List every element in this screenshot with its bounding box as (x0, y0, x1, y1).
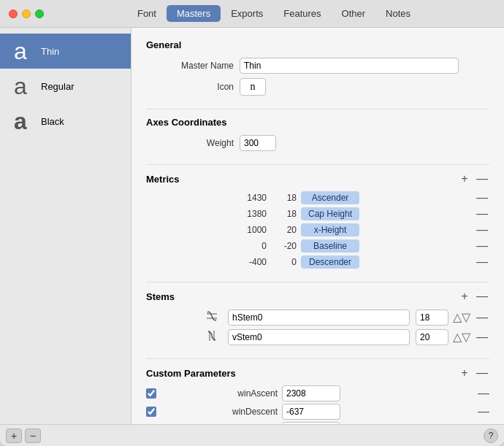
metric-remove-1[interactable]: — (475, 207, 489, 220)
vstem-value-input[interactable] (416, 329, 448, 345)
param-row-0: winAscent — (146, 385, 489, 401)
axes-section: Axes Coordinates Weight (146, 117, 489, 151)
vstem-remove-button[interactable]: — (475, 331, 489, 344)
traffic-lights (9, 9, 44, 18)
vstem-icon (205, 328, 222, 345)
minimize-button[interactable] (22, 9, 31, 18)
metrics-add-button[interactable]: + (457, 172, 472, 185)
metric-badge-1: Cap Height (301, 207, 359, 220)
tab-other[interactable]: Other (332, 5, 376, 22)
metric-val1-4: -400 (234, 257, 267, 267)
thin-glyph-icon: a (7, 38, 34, 64)
tab-font[interactable]: Font (127, 5, 167, 22)
metrics-section: Metrics + — 1430 18 Ascender — 1380 18 (146, 172, 489, 269)
metric-row-0: 1430 18 Ascender — (146, 191, 489, 204)
custom-params-remove-all-button[interactable]: — (475, 366, 489, 380)
regular-glyph-icon: a (7, 73, 34, 99)
tab-masters[interactable]: Masters (167, 5, 221, 22)
sidebar: a Thin a Regular a Black (0, 28, 131, 424)
add-master-button[interactable]: + (6, 428, 22, 443)
custom-params-section-title: Custom Parameters (146, 368, 236, 379)
metric-val2-4: 0 (271, 257, 297, 267)
hstem-value-input[interactable] (416, 309, 448, 326)
metric-badge-4: Descender (301, 255, 359, 269)
sidebar-label-regular: Regular (41, 81, 75, 92)
metric-row-1: 1380 18 Cap Height — (146, 207, 489, 220)
metric-row-3: 0 -20 Baseline — (146, 239, 489, 253)
titlebar: Font Masters Exports Features Other Note… (0, 0, 504, 28)
remove-master-button[interactable]: − (25, 428, 41, 443)
metric-remove-0[interactable]: — (475, 191, 489, 204)
param-value-1[interactable] (282, 404, 340, 420)
param-checkbox-1[interactable] (146, 407, 156, 417)
vstem-name-input[interactable] (228, 329, 410, 345)
custom-params-add-button[interactable]: + (457, 366, 472, 380)
help-button[interactable]: ? (484, 428, 498, 443)
custom-params-header: Custom Parameters + — (146, 366, 489, 380)
metric-val2-3: -20 (271, 241, 297, 251)
custom-params-section: Custom Parameters + — winAscent — winDes… (146, 366, 489, 424)
stems-remove-all-button[interactable]: — (475, 290, 489, 303)
metric-val1-0: 1430 (234, 193, 267, 203)
divider-4 (146, 358, 489, 359)
metrics-header: Metrics + — (146, 172, 489, 185)
metrics-remove-button[interactable]: — (475, 172, 489, 185)
stem-row-1: △▽ — (146, 328, 489, 345)
tab-notes[interactable]: Notes (375, 5, 421, 22)
tab-features[interactable]: Features (273, 5, 331, 22)
divider-1 (146, 109, 489, 109)
general-section: General Master Name Icon n (146, 39, 489, 96)
param-name-0: winAscent (161, 388, 278, 399)
metric-val1-1: 1380 (234, 209, 267, 219)
metric-remove-3[interactable]: — (475, 239, 489, 253)
maximize-button[interactable] (35, 9, 44, 18)
main-content: General Master Name Icon n Axes Coordina… (131, 28, 504, 424)
tab-bar: Font Masters Exports Features Other Note… (127, 5, 421, 22)
icon-char: n (251, 81, 256, 93)
content-area: a Thin a Regular a Black General Master … (0, 28, 504, 424)
weight-row: Weight (146, 135, 489, 151)
metric-row-4: -400 0 Descender — (146, 255, 489, 269)
hstem-name-input[interactable] (228, 309, 410, 326)
param-remove-1[interactable]: — (478, 406, 489, 418)
tab-exports[interactable]: Exports (221, 5, 273, 22)
stems-section-title: Stems (146, 291, 175, 302)
hstem-stepper[interactable]: △▽ (454, 310, 469, 325)
close-button[interactable] (9, 9, 18, 18)
weight-input[interactable] (240, 135, 276, 151)
divider-2 (146, 164, 489, 165)
param-row-1: winDescent — (146, 404, 489, 420)
param-remove-0[interactable]: — (478, 388, 489, 399)
sidebar-item-thin[interactable]: a Thin (0, 34, 131, 69)
metric-badge-0: Ascender (301, 191, 359, 204)
main-window: Font Masters Exports Features Other Note… (0, 0, 504, 446)
master-name-label: Master Name (146, 61, 234, 71)
metric-remove-4[interactable]: — (475, 255, 489, 269)
master-name-row: Master Name (146, 58, 489, 74)
metric-val1-2: 1000 (234, 225, 267, 235)
divider-3 (146, 282, 489, 282)
axes-section-title: Axes Coordinates (146, 117, 489, 128)
metric-row-2: 1000 20 x-Height — (146, 223, 489, 237)
metrics-section-title: Metrics (146, 174, 180, 185)
metric-val1-3: 0 (234, 241, 267, 251)
param-checkbox-0[interactable] (146, 388, 156, 399)
hstem-icon (205, 309, 222, 326)
icon-row: Icon n (146, 78, 489, 96)
sidebar-item-regular[interactable]: a Regular (0, 69, 131, 104)
param-value-0[interactable] (282, 385, 340, 401)
metric-remove-2[interactable]: — (475, 223, 489, 237)
icon-label: Icon (146, 82, 234, 92)
vstem-stepper[interactable]: △▽ (454, 330, 469, 345)
metric-badge-3: Baseline (301, 239, 359, 253)
stem-row-0: △▽ — (146, 309, 489, 326)
stems-add-button[interactable]: + (457, 290, 472, 303)
metric-val2-0: 18 (271, 193, 297, 203)
weight-label: Weight (146, 138, 234, 148)
sidebar-item-black[interactable]: a Black (0, 104, 131, 139)
master-name-input[interactable] (240, 58, 459, 74)
param-name-1: winDescent (161, 407, 278, 417)
metric-badge-2: x-Height (301, 223, 359, 237)
hstem-remove-button[interactable]: — (475, 311, 489, 324)
metric-val2-2: 20 (271, 225, 297, 235)
